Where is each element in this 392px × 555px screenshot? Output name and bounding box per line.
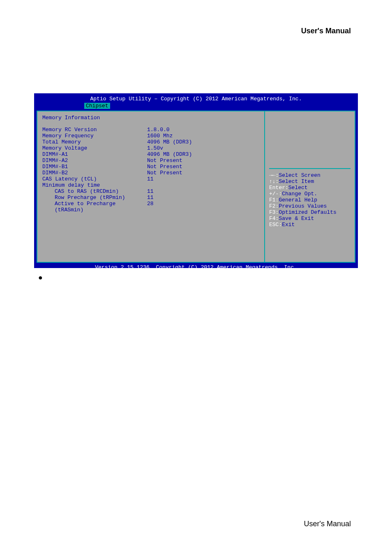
info-label: Active to Precharge (tRASmin): [42, 201, 147, 213]
bios-footer: Version 2.15.1236. Copyright (C) 2012 Am…: [34, 263, 358, 272]
info-value: 1600 Mhz: [147, 133, 173, 139]
help-text: Select: [288, 185, 308, 191]
info-value: 4096 MB (DDR3): [147, 139, 192, 145]
help-text: Select Screen: [279, 172, 320, 178]
help-text: Optimized Defaults: [279, 209, 336, 215]
info-label: DIMM#-A2: [42, 157, 147, 164]
info-row-memory-voltage: Memory Voltage 1.50v: [42, 145, 259, 151]
bios-help-panel: →←: Select Screen ↑↓: Select Item Enter:…: [264, 111, 355, 262]
memory-info-title: Memory Information: [42, 115, 259, 121]
help-general-help: F1: General Help: [269, 197, 350, 203]
help-optimized-defaults: F3: Optimized Defaults: [269, 209, 350, 215]
info-label: DIMM#-A1: [42, 151, 147, 157]
info-row-cas-to-ras: CAS to RAS (tRCDmin) 11: [42, 188, 259, 194]
help-text: Change Opt.: [282, 191, 317, 197]
info-label: Row Precharge (tRPmin): [42, 194, 147, 201]
help-save-exit: F4: Save & Exit: [269, 215, 350, 222]
help-key: F1:: [269, 197, 279, 203]
info-label: DIMM#-B1: [42, 164, 147, 170]
help-key: Enter:: [269, 185, 288, 191]
help-enter-select: Enter: Select: [269, 185, 350, 191]
info-row-cas-latency: CAS Latency (tCL) 11: [42, 176, 259, 182]
info-row-dimm-a2: DIMM#-A2 Not Present: [42, 157, 259, 164]
help-esc-exit: ESC: Exit: [269, 222, 350, 228]
info-label: CAS to RAS (tRCDmin): [42, 188, 147, 194]
help-key: F3:: [269, 209, 279, 215]
info-label: DIMM#-B2: [42, 170, 147, 176]
info-value: 11: [147, 176, 154, 182]
page-footer: User's Manual: [304, 520, 351, 528]
info-value: 1.8.0.0: [147, 127, 170, 133]
help-key: →←:: [269, 172, 279, 178]
info-row-total-memory: Total Memory 4096 MB (DDR3): [42, 139, 259, 145]
info-value: 1.50v: [147, 145, 163, 151]
info-value: Not Present: [147, 157, 182, 164]
bios-title: Aptio Setup Utility – Copyright (C) 2012…: [34, 93, 358, 103]
bullet-point: ●: [38, 273, 43, 282]
info-value: 4096 MB (DDR3): [147, 151, 192, 157]
help-text: Save & Exit: [279, 215, 314, 222]
help-key: ESC:: [269, 222, 282, 228]
info-row-active-to-precharge: Active to Precharge (tRASmin) 28: [42, 201, 259, 213]
page-header: User's Manual: [301, 27, 351, 35]
help-key: F2:: [269, 203, 279, 209]
info-value: 11: [147, 194, 154, 201]
help-key: +/-:: [269, 191, 282, 197]
bios-body: Memory Information Memory RC Version 1.8…: [37, 111, 355, 263]
bios-setup-window: Aptio Setup Utility – Copyright (C) 2012…: [34, 93, 358, 268]
info-value: Not Present: [147, 164, 182, 170]
info-label: Total Memory: [42, 139, 147, 145]
help-key-list: →←: Select Screen ↑↓: Select Item Enter:…: [269, 168, 350, 228]
info-value: 11: [147, 188, 154, 194]
help-select-item: ↑↓: Select Item: [269, 178, 350, 185]
help-text: Previous Values: [279, 203, 327, 209]
info-label: Memory Frequency: [42, 133, 147, 139]
info-label: Memory Voltage: [42, 145, 147, 151]
help-select-screen: →←: Select Screen: [269, 172, 350, 178]
help-key: F4:: [269, 215, 279, 222]
info-label: Memory RC Version: [42, 127, 147, 133]
help-text: General Help: [279, 197, 317, 203]
info-value: Not Present: [147, 170, 182, 176]
help-key: ↑↓:: [269, 178, 279, 185]
info-row-dimm-a1: DIMM#-A1 4096 MB (DDR3): [42, 151, 259, 157]
help-previous-values: F2: Previous Values: [269, 203, 350, 209]
help-text: Exit: [282, 222, 295, 228]
bios-left-panel: Memory Information Memory RC Version 1.8…: [37, 111, 264, 262]
bios-tab-row: Chipset: [34, 103, 358, 111]
info-value: 28: [147, 201, 154, 213]
info-row-row-precharge: Row Precharge (tRPmin) 11: [42, 194, 259, 201]
info-label: CAS Latency (tCL): [42, 176, 147, 182]
info-label: Minimum delay time: [42, 182, 147, 188]
info-row-dimm-b2: DIMM#-B2 Not Present: [42, 170, 259, 176]
tab-chipset[interactable]: Chipset: [84, 103, 110, 109]
info-row-dimm-b1: DIMM#-B1 Not Present: [42, 164, 259, 170]
info-row-minimum-delay: Minimum delay time: [42, 182, 259, 188]
help-change-opt: +/-: Change Opt.: [269, 191, 350, 197]
help-text: Select Item: [279, 178, 314, 185]
info-row-memory-frequency: Memory Frequency 1600 Mhz: [42, 133, 259, 139]
info-row-memory-rc-version: Memory RC Version 1.8.0.0: [42, 127, 259, 133]
